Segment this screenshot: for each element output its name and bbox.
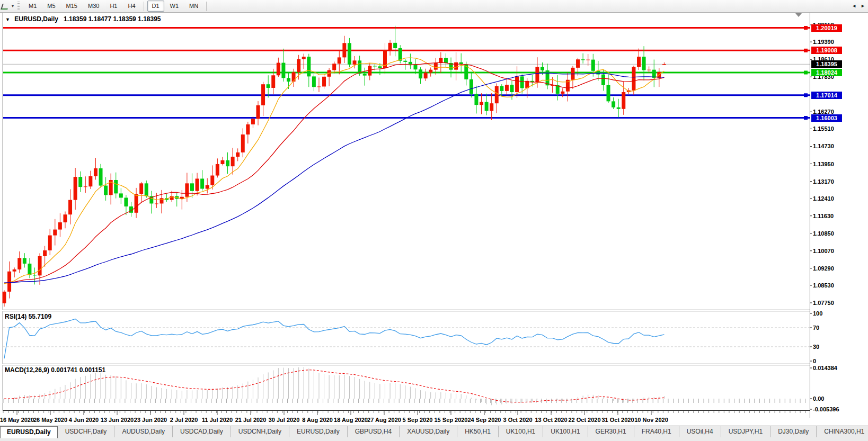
macd-tick-label: 0.00 (813, 395, 824, 402)
price-level-badge: 1.20019 (811, 24, 842, 32)
toolbar-separator (144, 2, 144, 11)
tab-audusd-daily[interactable]: AUDUSD,Daily (114, 426, 173, 437)
date-axis-label: 18 Aug 2020 (334, 417, 368, 423)
date-axis-label: 13 Oct 2020 (535, 417, 567, 423)
chart-tab-bar: EURUSD,DailyUSDCHF,DailyAUDUSD,DailyUSDC… (0, 426, 868, 441)
tab-uk100-h1[interactable]: UK100,H1 (543, 426, 588, 437)
timeframe-button-m5[interactable]: M5 (42, 1, 60, 12)
date-axis-label: 15 Sep 2020 (435, 417, 468, 423)
timeframe-button-m15[interactable]: M15 (61, 1, 82, 12)
price-tick-label: 1.19390 (813, 39, 834, 45)
date-axis-label: 30 Jul 2020 (269, 417, 300, 423)
current-price-badge: 1.18395 (811, 60, 842, 68)
date-axis-label: 16 May 2020 (0, 417, 34, 423)
timeframe-button-h4[interactable]: H4 (123, 1, 140, 12)
tab-usoil-h4[interactable]: USOil,H4 (679, 426, 721, 437)
timeframe-button-d1[interactable]: D1 (147, 1, 164, 12)
date-axis-label: 21 Jul 2020 (235, 417, 267, 423)
date-axis-label: 3 Oct 2020 (503, 417, 532, 423)
date-axis-label: 11 Jul 2020 (202, 417, 233, 423)
chart-svg (0, 0, 868, 441)
chart-title-symbol: EURUSD,Daily (14, 15, 58, 23)
timeframe-button-mn[interactable]: MN (184, 1, 203, 12)
tab-usdcnh-daily[interactable]: USDCNH,Daily (231, 426, 289, 437)
timeframe-button-h1[interactable]: H1 (105, 1, 122, 12)
timeframe-button-m30[interactable]: M30 (83, 1, 104, 12)
price-tick-label: 1.10850 (813, 230, 834, 237)
price-level-badge: 1.19008 (811, 47, 842, 54)
date-axis-label: 5 Sep 2020 (403, 417, 433, 423)
toolbar-drag-handle[interactable] (17, 2, 20, 11)
tab-scroll-left-icon[interactable]: ◄ (852, 3, 856, 8)
tab-usdjpy-h1[interactable]: USDJPY,H1 (721, 426, 770, 437)
price-tick-label: 1.13170 (813, 178, 834, 185)
toolbar-separator (206, 2, 207, 11)
date-axis-label: 4 Jun 2020 (69, 417, 99, 423)
price-tick-label: 1.13950 (813, 161, 834, 167)
chart-canvas[interactable] (0, 0, 868, 441)
price-tick-label: 1.11630 (813, 213, 834, 219)
date-axis-label: 31 Oct 2020 (601, 417, 634, 423)
chart-title-ohlc: 1.18359 1.18477 1.18359 1.18395 (64, 15, 161, 23)
price-tick-label: 1.15510 (813, 125, 834, 132)
chart-title: ▼ EURUSD,Daily 1.18359 1.18477 1.18359 1… (5, 15, 161, 23)
rsi-tick-label: 30 (813, 344, 819, 350)
toolbar: ▾ M1M5M15M30H1H4D1W1MN (0, 0, 868, 13)
macd-tick-label: -0.005396 (813, 406, 839, 412)
timeframe-button-w1[interactable]: W1 (165, 1, 184, 12)
tab-eurusd-daily[interactable]: EURUSD,Daily (289, 426, 348, 437)
date-axis-label: 8 Aug 2020 (302, 417, 333, 423)
tab-usdcad-daily[interactable]: USDCAD,Daily (173, 426, 231, 437)
date-axis-label: 2 Jul 2020 (170, 417, 198, 423)
macd-tick-label: 0.014384 (813, 365, 837, 371)
tab-xauusd-daily[interactable]: XAUUSD,Daily (400, 426, 457, 437)
macd-indicator-label: MACD(12,26,9) 0.001741 0.001151 (5, 366, 105, 374)
price-tick-label: 1.08530 (813, 282, 834, 289)
price-level-badge: 1.16003 (811, 114, 842, 122)
tab-scroll-right-icon[interactable]: ► (861, 3, 865, 8)
timeframe-button-m1[interactable]: M1 (24, 1, 41, 12)
rsi-tick-label: 70 (813, 325, 819, 331)
rsi-indicator-label: RSI(14) 55.7109 (5, 313, 51, 320)
date-axis-label: 26 May 2020 (33, 417, 67, 423)
tab-fra40-h1[interactable]: FRA40,H1 (634, 426, 679, 437)
date-axis-label: 23 Jun 2020 (134, 417, 167, 423)
price-tick-label: 1.07750 (813, 300, 834, 306)
date-axis-label: 27 Aug 2020 (367, 417, 401, 423)
collapse-icon[interactable]: ▼ (5, 17, 10, 22)
price-tick-label: 1.09290 (813, 265, 834, 272)
tab-usdchf-daily[interactable]: USDCHF,Daily (58, 426, 115, 437)
tab-china300-h1[interactable]: CHINA300,H1 (817, 426, 868, 437)
price-tick-label: 1.14730 (813, 143, 834, 149)
tab-hk50-h1[interactable]: HK50,H1 (457, 426, 499, 437)
tab-ger30-h1[interactable]: GER30,H1 (588, 426, 634, 437)
date-axis-label: 24 Sep 2020 (468, 417, 501, 423)
price-tick-label: 1.12410 (813, 195, 834, 202)
date-axis-label: 10 Nov 2020 (634, 417, 668, 423)
chevron-down-icon[interactable]: ▾ (12, 4, 14, 8)
rsi-tick-label: 100 (813, 310, 822, 317)
price-level-badge: 1.18024 (811, 69, 842, 76)
price-tick-label: 1.10070 (813, 248, 834, 254)
tab-dj30-daily[interactable]: DJ30,Daily (770, 426, 817, 437)
tab-scroll-arrows: ◄ ► (852, 3, 865, 8)
price-level-badge: 1.17014 (811, 92, 842, 99)
timeframe-button-group: M1M5M15M30H1H4D1W1MN (23, 1, 209, 12)
date-axis-label: 22 Oct 2020 (568, 417, 600, 423)
crosshair-indicator-icon[interactable] (1, 2, 11, 11)
rsi-tick-label: 0 (813, 358, 816, 364)
date-axis-label: 13 Jun 2020 (101, 417, 134, 423)
tab-uk100-h1[interactable]: UK100,H1 (499, 426, 543, 437)
tab-gbpusd-h4[interactable]: GBPUSD,H4 (348, 426, 400, 437)
tab-eurusd-daily[interactable]: EURUSD,Daily (0, 426, 58, 438)
